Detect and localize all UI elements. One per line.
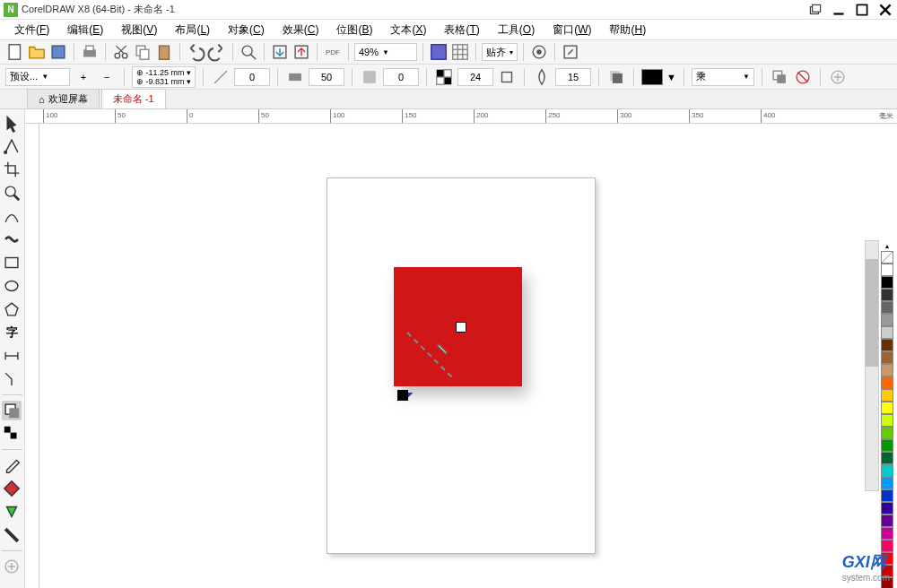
direction-icon[interactable] — [606, 67, 626, 87]
copy-icon[interactable] — [133, 42, 152, 62]
palette-swatch[interactable] — [881, 477, 893, 489]
options-icon[interactable] — [529, 42, 549, 62]
paste-icon[interactable] — [154, 42, 174, 62]
freehand-tool-icon[interactable] — [2, 206, 22, 226]
eyedropper-tool-icon[interactable] — [2, 455, 22, 475]
palette-swatch[interactable] — [881, 351, 893, 364]
minimize-button[interactable] — [831, 2, 847, 18]
tab-welcome[interactable]: ⌂ 欢迎屏幕 — [27, 89, 100, 108]
zoom-tool-icon[interactable] — [2, 183, 22, 203]
shadow-color-swatch[interactable] — [641, 69, 663, 85]
palette-swatch[interactable] — [881, 326, 893, 339]
cut-icon[interactable] — [111, 42, 131, 62]
rectangle-tool-icon[interactable] — [2, 253, 22, 272]
transparency-tool-icon[interactable] — [2, 424, 22, 444]
drop-shadow-tool-icon[interactable] — [2, 401, 22, 420]
canvas[interactable] — [39, 124, 897, 588]
launch-icon[interactable] — [561, 42, 580, 62]
shadow-opacity-input[interactable]: 50 — [309, 68, 344, 86]
fullscreen-icon[interactable] — [429, 42, 448, 62]
color-dropdown-arrow[interactable]: ▼ — [666, 72, 676, 82]
polygon-tool-icon[interactable] — [2, 299, 22, 319]
remove-preset-icon[interactable]: − — [97, 67, 117, 87]
menu-file[interactable]: 文件(F) — [7, 21, 57, 39]
palette-swatch[interactable] — [881, 439, 893, 452]
clear-shadow-icon[interactable] — [793, 67, 813, 87]
menu-object[interactable]: 对象(C) — [221, 21, 272, 39]
palette-swatch[interactable] — [881, 389, 893, 402]
text-tool-icon[interactable]: 字 — [2, 323, 22, 342]
palette-swatch[interactable] — [881, 264, 893, 276]
pick-tool-icon[interactable] — [2, 113, 22, 133]
palette-swatch[interactable] — [881, 489, 893, 502]
print-icon[interactable] — [80, 42, 100, 62]
palette-swatch[interactable] — [881, 376, 893, 389]
crop-tool-icon[interactable] — [2, 160, 22, 179]
close-button[interactable] — [877, 2, 893, 18]
ruler-horizontal[interactable]: 100 50 0 50 100 150 200 250 300 350 400 … — [25, 109, 897, 124]
blend-mode-dropdown[interactable]: 乘▼ — [692, 68, 754, 86]
palette-swatch[interactable] — [881, 464, 893, 477]
undo-icon[interactable] — [186, 42, 205, 62]
feather-input[interactable]: 0 — [383, 68, 419, 86]
export-icon[interactable] — [292, 42, 311, 62]
fill-tool-icon[interactable] — [2, 479, 22, 498]
copy-shadow-icon[interactable] — [770, 67, 789, 87]
palette-none[interactable] — [881, 251, 893, 264]
menu-tools[interactable]: 工具(O) — [491, 21, 542, 39]
palette-swatch[interactable] — [881, 427, 893, 439]
palette-swatch[interactable] — [881, 527, 893, 540]
palette-swatch[interactable] — [881, 314, 893, 326]
palette-up-icon[interactable]: ▴ — [881, 240, 893, 251]
menu-bitmap[interactable]: 位图(B) — [329, 21, 379, 39]
import-icon[interactable] — [270, 42, 290, 62]
save-icon[interactable] — [48, 42, 68, 62]
new-doc-icon[interactable] — [5, 42, 25, 62]
open-icon[interactable] — [27, 42, 47, 62]
redo-icon[interactable] — [207, 42, 227, 62]
palette-swatch[interactable] — [881, 339, 893, 351]
menu-help[interactable]: 帮助(H) — [602, 21, 653, 39]
menu-layout[interactable]: 布局(L) — [168, 21, 217, 39]
snap-dropdown[interactable]: 贴齐 ▾ — [482, 43, 518, 61]
palette-swatch[interactable] — [881, 452, 893, 464]
expand-icon[interactable] — [828, 67, 848, 87]
connector-tool-icon[interactable] — [2, 369, 22, 389]
publish-pdf-icon[interactable]: PDF — [323, 42, 343, 62]
menu-window[interactable]: 窗口(W) — [545, 21, 598, 39]
zoom-combo[interactable]: 49%▼ — [354, 43, 417, 61]
palette-swatch[interactable] — [881, 514, 893, 527]
palette-swatch[interactable] — [881, 364, 893, 376]
quick-customize-icon[interactable] — [2, 557, 22, 576]
shadow-center-handle[interactable] — [456, 322, 466, 333]
palette-swatch[interactable] — [881, 276, 893, 289]
smart-fill-icon[interactable] — [2, 502, 22, 522]
palette-swatch[interactable] — [881, 414, 893, 427]
palette-swatch[interactable] — [881, 301, 893, 314]
ruler-vertical[interactable] — [25, 124, 39, 588]
maximize-button[interactable] — [854, 2, 870, 18]
grid-icon[interactable] — [450, 42, 470, 62]
palette-swatch[interactable] — [881, 402, 893, 414]
val2-input[interactable]: 15 — [555, 68, 591, 86]
add-preset-icon[interactable]: + — [74, 67, 93, 87]
scrollbar-vertical[interactable] — [865, 240, 879, 491]
menu-table[interactable]: 表格(T) — [437, 21, 486, 39]
feather-dir-icon[interactable] — [497, 67, 517, 87]
val1-input[interactable]: 24 — [457, 68, 493, 86]
artistic-media-icon[interactable] — [2, 229, 22, 249]
menu-text[interactable]: 文本(X) — [383, 21, 433, 39]
tab-document[interactable]: 未命名 -1 — [101, 89, 166, 108]
palette-swatch[interactable] — [881, 502, 893, 514]
ellipse-tool-icon[interactable] — [2, 276, 22, 296]
shadow-end-handle[interactable] — [397, 390, 408, 401]
menu-view[interactable]: 视图(V) — [114, 21, 164, 39]
shadow-angle-input[interactable]: 0 — [234, 68, 270, 86]
shape-tool-icon[interactable] — [2, 136, 22, 156]
preset-dropdown[interactable]: 预设...▼ — [5, 68, 70, 86]
parallel-dim-icon[interactable] — [2, 346, 22, 366]
scroll-thumb[interactable] — [866, 259, 878, 367]
outline-tool-icon[interactable] — [2, 525, 22, 545]
position-coords[interactable]: ⊕ -11.25 mm ▾ ⊕ -9.831 mm ▾ — [132, 66, 196, 88]
search-icon[interactable] — [239, 42, 258, 62]
